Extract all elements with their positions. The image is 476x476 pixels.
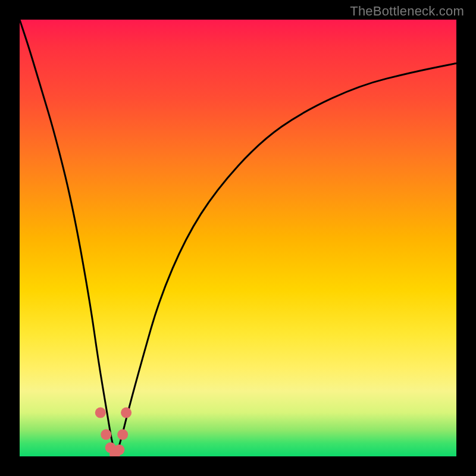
plot-area xyxy=(20,20,456,456)
chart-frame: TheBottleneck.com xyxy=(0,0,476,476)
highlight-dot xyxy=(117,429,128,440)
highlight-dots xyxy=(95,408,131,456)
curve-group xyxy=(20,20,456,456)
highlight-dot xyxy=(95,408,106,418)
bottleneck-curve-svg xyxy=(20,20,456,456)
curve-right-branch xyxy=(116,63,457,456)
curve-left-branch xyxy=(20,20,116,456)
highlight-dot xyxy=(114,444,124,455)
highlight-dot xyxy=(121,408,131,418)
highlight-dot xyxy=(101,429,111,440)
attribution-text: TheBottleneck.com xyxy=(350,4,464,19)
